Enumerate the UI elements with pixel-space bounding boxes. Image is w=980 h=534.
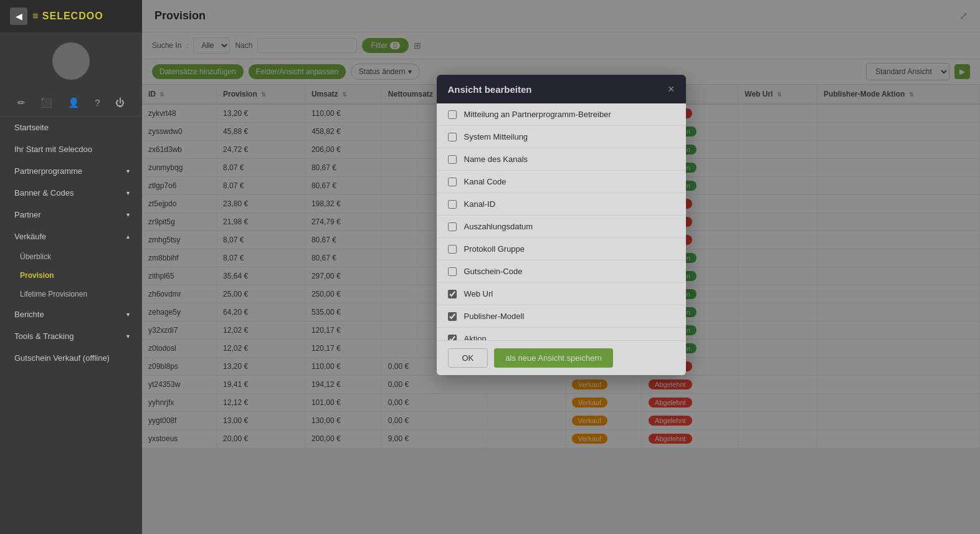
modal-list-item[interactable]: Name des Kanals <box>437 148 686 171</box>
modal-checkbox[interactable] <box>448 290 457 298</box>
nav-label: Ihr Start mit Selecdoo <box>14 145 92 154</box>
sidebar-item-gutschein[interactable]: Gutschein Verkauf (offline) <box>0 347 142 369</box>
modal-item-label: Kanal Code <box>464 177 507 186</box>
sidebar-item-startseite[interactable]: Startseite <box>0 117 142 138</box>
modal-item-label: Auszahlungsdatum <box>464 222 533 231</box>
modal-list-item[interactable]: Kanal Code <box>437 171 686 193</box>
sidebar-icons: ✏ ⬛ 👤 ? ⏻ <box>0 90 142 117</box>
modal-checkbox[interactable] <box>448 155 457 164</box>
sidebar-item-banner-codes[interactable]: Banner & Codes ▾ <box>0 182 142 204</box>
modal: Ansicht bearbeiten × Mitteilung an Partn… <box>437 75 686 375</box>
modal-checkbox[interactable] <box>448 133 457 141</box>
modal-item-label: Mitteilung an Partnerprogramm-Betreiber <box>464 110 611 119</box>
modal-list-item[interactable]: Protokoll Gruppe <box>437 238 686 260</box>
modal-list-item[interactable]: Publisher-Modell <box>437 305 686 328</box>
chevron-down-icon: ▾ <box>126 168 130 174</box>
modal-body: Mitteilung an Partnerprogramm-Betreiber … <box>437 103 686 340</box>
nav-label: Verkäufe <box>14 232 46 241</box>
nav-sub-label: Überblick <box>20 252 51 261</box>
nav-sub-label: Provision <box>20 271 54 280</box>
nav-label: Berichte <box>14 310 44 319</box>
edit-icon[interactable]: ✏ <box>15 95 28 111</box>
modal-item-label: Aktion <box>464 334 487 340</box>
save-new-view-button[interactable]: als neue Ansicht speichern <box>494 348 613 368</box>
sidebar-item-berichte[interactable]: Berichte ▾ <box>0 303 142 325</box>
modal-list-item[interactable]: Auszahlungsdatum <box>437 216 686 238</box>
monitor-icon[interactable]: ⬛ <box>38 95 55 111</box>
modal-overlay[interactable]: Ansicht bearbeiten × Mitteilung an Partn… <box>142 0 980 534</box>
ok-button[interactable]: OK <box>448 348 488 368</box>
nav-label: Startseite <box>14 123 49 132</box>
modal-list-item[interactable]: Mitteilung an Partnerprogramm-Betreiber <box>437 103 686 126</box>
power-icon[interactable]: ⏻ <box>113 95 127 111</box>
logo: ≡ SELECDOO <box>32 11 103 22</box>
nav-label: Partnerprogramme <box>14 166 82 176</box>
modal-item-label: Kanal-ID <box>464 199 496 209</box>
modal-footer: OK als neue Ansicht speichern <box>437 340 686 375</box>
modal-list-item[interactable]: Aktion <box>437 328 686 340</box>
sidebar-item-lifetime[interactable]: Lifetime Provisionen <box>0 285 142 303</box>
modal-item-label: Publisher-Modell <box>464 312 525 321</box>
chevron-down-icon: ▾ <box>126 333 130 340</box>
sidebar-item-provision[interactable]: Provision <box>0 266 142 285</box>
modal-title: Ansicht bearbeiten <box>448 84 532 95</box>
sidebar-item-partner[interactable]: Partner ▾ <box>0 204 142 226</box>
modal-header: Ansicht bearbeiten × <box>437 75 686 103</box>
avatar <box>52 42 90 80</box>
modal-item-label: System Mitteilung <box>464 132 528 141</box>
help-icon[interactable]: ? <box>92 95 102 111</box>
modal-close-button[interactable]: × <box>668 83 675 95</box>
modal-list-item[interactable]: Gutschein-Code <box>437 260 686 283</box>
modal-checkbox[interactable] <box>448 312 457 321</box>
sidebar-item-ihr-start[interactable]: Ihr Start mit Selecdoo <box>0 138 142 160</box>
chevron-down-icon: ▾ <box>126 311 130 318</box>
nav-label: Partner <box>14 210 41 219</box>
chevron-down-icon: ▾ <box>126 189 130 196</box>
nav-label: Banner & Codes <box>14 188 74 198</box>
nav-label: Tools & Tracking <box>14 331 74 341</box>
modal-checkbox[interactable] <box>448 200 457 209</box>
modal-item-label: Gutschein-Code <box>464 267 523 276</box>
nav-sub-label: Lifetime Provisionen <box>20 290 87 298</box>
modal-checkbox[interactable] <box>448 178 457 186</box>
modal-item-label: Name des Kanals <box>464 155 528 164</box>
main-content: Provision ⤢ Suche In : Alle Nach Filter … <box>142 0 980 534</box>
sidebar-item-partnerprogramme[interactable]: Partnerprogramme ▾ <box>0 160 142 182</box>
back-button[interactable]: ◀ <box>10 7 27 25</box>
sidebar-header: ◀ ≡ SELECDOO <box>0 0 142 32</box>
modal-list-item[interactable]: Kanal-ID <box>437 193 686 216</box>
sidebar: ◀ ≡ SELECDOO ✏ ⬛ 👤 ? ⏻ Startseite Ihr St… <box>0 0 142 534</box>
nav-label: Gutschein Verkauf (offline) <box>14 353 110 363</box>
users-icon[interactable]: 👤 <box>65 95 82 111</box>
modal-checkbox[interactable] <box>448 267 457 276</box>
chevron-up-icon: ▴ <box>126 233 130 240</box>
sidebar-item-uberblick[interactable]: Überblick <box>0 247 142 266</box>
modal-checkbox[interactable] <box>448 110 457 119</box>
modal-list-item[interactable]: System Mitteilung <box>437 126 686 148</box>
sidebar-item-tools-tracking[interactable]: Tools & Tracking ▾ <box>0 325 142 347</box>
modal-item-label: Protokoll Gruppe <box>464 244 525 254</box>
modal-checkbox[interactable] <box>448 245 457 254</box>
modal-list-item[interactable]: Web Url <box>437 283 686 305</box>
chevron-down-icon: ▾ <box>126 211 130 218</box>
sidebar-nav: Startseite Ihr Start mit Selecdoo Partne… <box>0 117 142 534</box>
modal-checkbox[interactable] <box>448 222 457 231</box>
modal-item-label: Web Url <box>464 289 493 298</box>
modal-checkbox[interactable] <box>448 335 457 341</box>
sidebar-item-verkaufe[interactable]: Verkäufe ▴ <box>0 226 142 247</box>
